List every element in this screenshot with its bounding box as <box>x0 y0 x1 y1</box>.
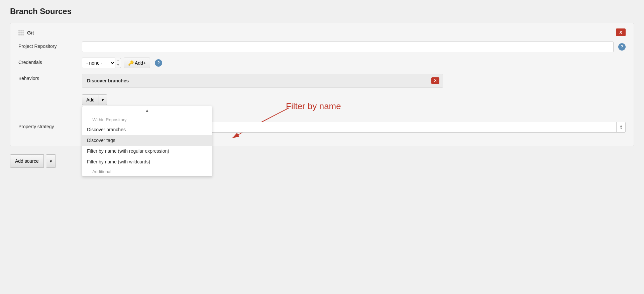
drag-handle[interactable] <box>18 30 24 35</box>
behaviors-label: Behaviors <box>18 74 82 81</box>
behaviors-row: Behaviors Discover branches X Add ▾ <box>18 74 626 105</box>
add-source-arrow-button[interactable]: ▾ <box>46 154 56 168</box>
behaviors-control: Discover branches X Add ▾ ▲ <box>82 74 626 105</box>
credentials-help-icon[interactable]: ? <box>155 59 162 67</box>
credentials-select-arrows[interactable]: ▲ ▼ <box>115 58 121 68</box>
add-behavior-wrapper: Add ▾ <box>82 94 107 105</box>
dropdown-item-filter-regex[interactable]: Filter by name (with regular expression) <box>82 146 212 156</box>
discover-branches-card: Discover branches X <box>82 74 443 88</box>
credentials-select[interactable]: - none - <box>82 58 115 68</box>
add-dropdown-chevron: ▾ <box>102 97 104 102</box>
project-repository-label: Project Repository <box>18 42 82 49</box>
project-repository-help-icon[interactable]: ? <box>618 43 626 51</box>
discover-branches-title: Discover branches <box>87 78 129 83</box>
dropdown-section-additional: — Additional — <box>82 167 212 176</box>
project-repository-control: ? <box>82 42 626 52</box>
add-behavior-button[interactable]: Add <box>82 94 99 105</box>
add-source-chevron: ▾ <box>50 159 52 164</box>
dropdown-item-filter-wildcards[interactable]: Filter by name (with wildcards) <box>82 156 212 167</box>
branch-sources-card: Git X Project Repository ? Credentials -… <box>10 23 634 146</box>
dropdown-item-discover-branches[interactable]: Discover branches <box>82 124 212 135</box>
add-behavior-dropdown: ▲ — Within Repository — Discover branche… <box>82 106 212 176</box>
property-strategy-label: Property strategy <box>18 122 82 129</box>
card-header: Git X <box>18 30 626 35</box>
credentials-label: Credentials <box>18 58 82 65</box>
card-close-button[interactable]: X <box>616 28 626 36</box>
credentials-control: - none - ▲ ▼ 🔑 Add+ ? <box>82 58 626 68</box>
dropdown-item-discover-tags[interactable]: Discover tags <box>82 135 212 146</box>
card-title: Git <box>27 30 34 35</box>
credentials-add-button[interactable]: 🔑 Add+ <box>124 58 150 68</box>
project-repository-input[interactable] <box>82 42 614 52</box>
dropdown-section-within-repo: — Within Repository — <box>82 115 212 124</box>
dropdown-scroll-up[interactable]: ▲ <box>82 106 212 115</box>
add-behavior-arrow-button[interactable]: ▾ <box>99 94 107 105</box>
add-source-button[interactable]: Add source <box>10 154 44 168</box>
behavior-close-button[interactable]: X <box>431 77 439 84</box>
annotation-text: Filter by name <box>286 101 341 112</box>
project-repository-row: Project Repository ? <box>18 42 626 52</box>
page-title: Branch Sources <box>10 7 634 16</box>
credentials-row: Credentials - none - ▲ ▼ 🔑 Add+ ? <box>18 58 626 68</box>
